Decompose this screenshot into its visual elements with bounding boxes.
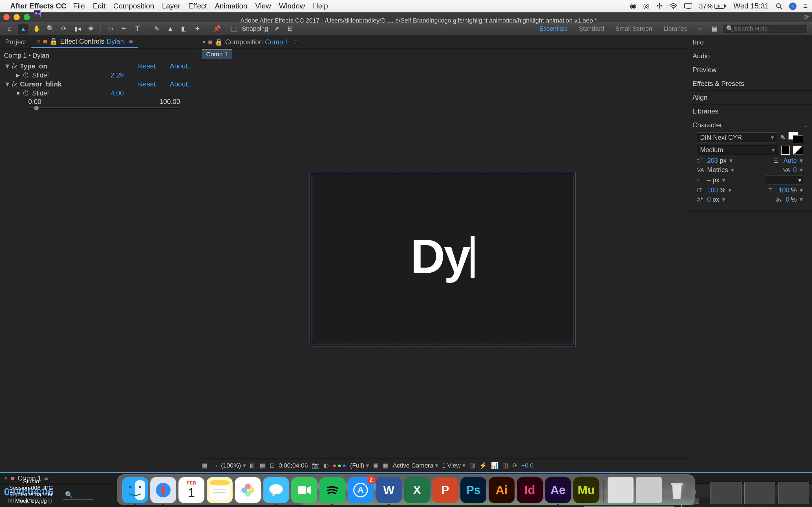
snapping-checkbox[interactable]	[231, 26, 237, 32]
dock-app-indesign[interactable]: Id	[517, 477, 543, 503]
font-size-field[interactable]: τT203px▾	[697, 157, 733, 165]
zoom-dropdown[interactable]: (100%)▾	[221, 462, 246, 469]
font-family-select[interactable]: DIN Next CYR▾	[697, 132, 777, 143]
character-panel-title[interactable]: Character	[693, 121, 722, 129]
channel-icon[interactable]: ●	[333, 462, 336, 469]
pen-tool-icon[interactable]: ✒	[119, 24, 129, 34]
puppet-tool-icon[interactable]: 📌	[212, 24, 222, 34]
comp-path-tab[interactable]: Comp 1	[197, 48, 688, 60]
font-weight-select[interactable]: Medium▾	[697, 145, 778, 155]
flowchart-icon[interactable]: ◫	[502, 462, 508, 469]
stopwatch-icon[interactable]: ⏱	[22, 89, 29, 97]
preview-panel-header[interactable]: Preview	[688, 63, 812, 77]
menu-window[interactable]: Window	[279, 2, 305, 10]
home-tool-icon[interactable]: ⌂	[4, 24, 15, 34]
type-tool-icon[interactable]: T	[132, 24, 142, 34]
tsume-field[interactable]: あ0%▾	[776, 196, 803, 203]
baseline-field[interactable]: Aª0px▾	[697, 196, 725, 203]
vscale-field[interactable]: IT100%▾	[697, 186, 732, 194]
tracking-field[interactable]: VA0▾	[783, 166, 803, 174]
fx-enabled-icon[interactable]: fx	[12, 80, 17, 88]
current-timecode[interactable]: 0;00;04;06	[278, 462, 308, 469]
zoom-tool-icon[interactable]: 🔍	[45, 24, 55, 34]
dock-app-photoshop[interactable]: Ps	[460, 477, 486, 503]
menu-edit[interactable]: Edit	[93, 2, 105, 10]
panel-menu-icon[interactable]: ≡	[804, 121, 808, 129]
workspace-essentials[interactable]: Essentials	[536, 24, 571, 34]
fast-preview-icon[interactable]: ⚡	[479, 462, 487, 469]
fx-about-link[interactable]: About...	[170, 62, 193, 70]
comp-end-marker-icon[interactable]: ▸	[807, 506, 810, 507]
menubar-wifi-icon[interactable]	[669, 3, 677, 9]
stroke-style-select[interactable]: ▾	[766, 175, 803, 185]
menubar-notifications-icon[interactable]: ≡	[803, 2, 808, 10]
align-panel-header[interactable]: Align	[688, 91, 812, 105]
fx-reset-link[interactable]: Reset	[138, 80, 156, 88]
menu-layer[interactable]: Layer	[162, 2, 181, 10]
menubar-siri-icon[interactable]	[789, 3, 797, 10]
hand-tool-icon[interactable]: ✋	[32, 24, 42, 34]
fx-layer-link[interactable]: Dylan	[107, 38, 124, 45]
stroke-width-field[interactable]: ≡– px▾	[697, 176, 725, 184]
clone-tool-icon[interactable]: ▲	[165, 24, 175, 34]
exposure-value[interactable]: +0.0	[521, 462, 534, 469]
leading-field[interactable]: ☰Auto▾	[773, 157, 803, 165]
lock-icon[interactable]: 🔒	[214, 38, 223, 46]
timeline-icon[interactable]: 📊	[491, 462, 499, 469]
dock-app-calendar[interactable]: FEB1	[179, 477, 204, 503]
orbit-tool-icon[interactable]: ⟳	[59, 24, 69, 34]
dock-app-excel[interactable]: X	[404, 477, 430, 503]
audio-panel-header[interactable]: Audio	[688, 49, 812, 63]
menu-composition[interactable]: Composition	[113, 2, 154, 10]
sync-status-icon[interactable]: ⟳	[804, 13, 809, 21]
dock-trash[interactable]	[664, 477, 690, 503]
workspace-libraries[interactable]: Libraries	[659, 24, 691, 34]
fill-stroke-swatch[interactable]	[788, 132, 803, 143]
grid-icon[interactable]: ▦	[260, 462, 266, 469]
fx-cursor-blink[interactable]: ▼ fx Cursor_blink Reset About...	[0, 79, 197, 89]
dock-app-appstore[interactable]: A2	[348, 477, 373, 503]
dock-app-aftereffects[interactable]: Ae	[545, 477, 571, 503]
workspace-reset-icon[interactable]: ▦	[709, 24, 719, 34]
timeline-search[interactable]: 🔍	[63, 490, 94, 500]
desktop-thumbnails[interactable]	[711, 482, 809, 504]
info-panel-header[interactable]: Info	[688, 36, 812, 49]
fx-reset-link[interactable]: Reset	[138, 62, 156, 70]
menubar-sync-icon[interactable]: ✢	[656, 2, 663, 10]
kerning-field[interactable]: VAMetrics▾	[697, 166, 734, 174]
transparency-grid-icon[interactable]: ▭	[211, 462, 217, 469]
fx-enabled-icon[interactable]: fx	[12, 62, 17, 70]
tab-menu-icon[interactable]: ≡	[294, 38, 298, 46]
dock-app-facetime[interactable]	[291, 477, 317, 503]
snapshot-icon[interactable]: 📷	[312, 462, 319, 469]
window-close-button[interactable]	[3, 14, 10, 20]
show-snapshot-icon[interactable]: ◐	[323, 462, 329, 469]
eyedropper-icon[interactable]: ✎	[780, 134, 785, 142]
lock-icon[interactable]: 🔒	[49, 38, 58, 45]
dock-app-spotify[interactable]	[319, 477, 345, 503]
disclosure-triangle-icon[interactable]: ▸	[16, 71, 20, 79]
dock-app-powerpoint[interactable]: P	[432, 477, 458, 503]
dock-app-photos[interactable]	[235, 477, 261, 503]
app-name[interactable]: After Effects CC	[10, 2, 66, 10]
menubar-clock[interactable]: Wed 15:31	[733, 2, 769, 10]
composition-viewer[interactable]: Dy	[197, 60, 688, 459]
close-tab-icon[interactable]: ×	[37, 38, 41, 45]
selection-tool-icon[interactable]: ▲	[18, 24, 28, 34]
workspace-standard[interactable]: Standard	[575, 24, 608, 34]
resolution-dropdown[interactable]: (Full)▾	[350, 462, 369, 469]
disclosure-triangle-icon[interactable]: ▾	[16, 89, 20, 97]
comp-link[interactable]: Comp 1	[265, 38, 289, 46]
disclosure-triangle-icon[interactable]: ▼	[4, 80, 9, 88]
dock-app-safari[interactable]	[150, 477, 176, 503]
dock-stack-2[interactable]	[636, 477, 662, 503]
fx-slider-value[interactable]: 2.29	[110, 71, 124, 79]
disclosure-triangle-icon[interactable]: ▼	[4, 62, 9, 70]
hscale-field[interactable]: T100%▾	[768, 186, 803, 194]
window-minimize-button[interactable]	[13, 14, 20, 20]
stopwatch-icon[interactable]: ⏱	[22, 71, 29, 79]
always-preview-icon[interactable]: ▦	[201, 462, 207, 469]
workspace-more-icon[interactable]: »	[695, 24, 706, 34]
fx-slider-value[interactable]: 4.00	[110, 89, 124, 97]
snap-grid-icon[interactable]: ⊞	[285, 24, 295, 34]
